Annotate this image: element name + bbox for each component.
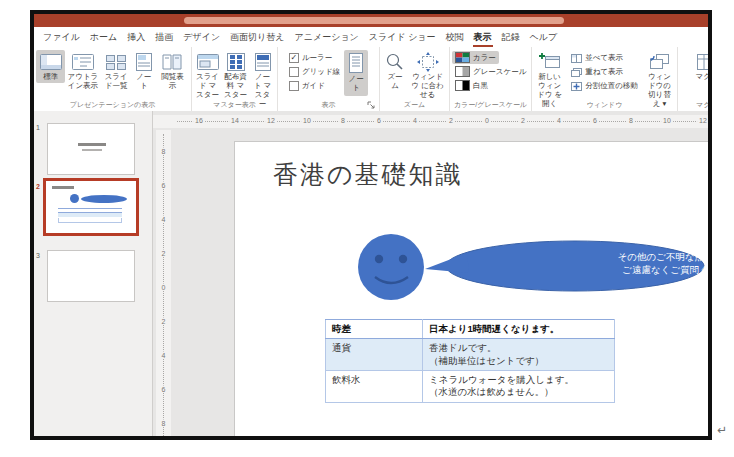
outline-view-icon — [71, 52, 95, 72]
reading-view-button[interactable]: 閲覧表示 — [156, 50, 189, 92]
table-cell-label[interactable]: 時差 — [326, 320, 423, 339]
tab-record[interactable]: 記録 — [497, 27, 525, 47]
group-label-show: 表示 — [278, 100, 379, 110]
slide-canvas[interactable]: 香港の基礎知識 その他のご不明な点があれば、 ご遠慮なくご質問ください。 — [234, 141, 708, 436]
ruler-tick-label: 4 — [156, 216, 171, 223]
smiley-right-eye — [399, 255, 407, 263]
slide-number-3: 3 — [36, 252, 40, 259]
info-table[interactable]: 時差 日本より1時間遅くなります。 通貨 香港ドルです。 （補助単位はセントです… — [325, 319, 615, 403]
speech-bubble-tail — [425, 253, 469, 273]
tab-insert[interactable]: 挿入 — [122, 27, 150, 47]
notes-page-button[interactable]: ノート — [132, 50, 156, 92]
slide-thumbnail-1[interactable] — [47, 123, 135, 175]
tab-design[interactable]: デザイン — [178, 27, 225, 47]
ruler-tick-label: 16 — [193, 117, 205, 124]
notes-icon — [345, 52, 367, 74]
speech-bubble-text[interactable]: その他のご不明な点があれば、 ご遠慮なくご質問ください。 — [560, 250, 708, 277]
ruler-tick-label: 6 — [375, 117, 383, 124]
paragraph-return-mark: ↵ — [717, 423, 727, 437]
ruler-tick-label: 8 — [156, 148, 171, 155]
ruler-tick-label: 14 — [229, 117, 241, 124]
group-window: 新しいウィンドウ を開く 並べて表示 重ねて表示 分割位置の移動 — [532, 47, 678, 111]
fit-to-window-button[interactable]: ウィンドウ に合わせる — [408, 50, 447, 101]
ruler-tick-label: 10 — [301, 117, 313, 124]
table-cell-value[interactable]: ミネラルウォータを購入します。 （水道の水は飲めません。） — [423, 371, 615, 403]
color-button[interactable]: カラー — [452, 51, 499, 64]
group-label-presentation-views: プレゼンテーションの表示 — [34, 100, 191, 110]
macros-icon — [695, 52, 712, 72]
notes-toggle-button[interactable]: ノート — [344, 50, 368, 96]
ruler-tick-label: 0 — [156, 284, 171, 291]
normal-view-button[interactable]: 標準 — [36, 50, 65, 83]
tab-help[interactable]: ヘルプ — [525, 27, 563, 47]
slide-thumbnail-2-selected[interactable] — [43, 178, 139, 236]
ruler-tick-label: 8 — [156, 420, 171, 427]
group-show: ✓ ルーラー ✓ グリッド線 ✓ ガイド ノート — [278, 47, 380, 111]
cascade-icon — [571, 68, 582, 77]
checkbox-icon: ✓ — [289, 53, 299, 63]
group-label-macros: マクロ — [678, 100, 712, 110]
search-box[interactable] — [184, 17, 564, 24]
tab-slideshow[interactable]: スライド ショー — [364, 27, 441, 47]
table-cell-label[interactable]: 飲料水 — [326, 371, 423, 403]
handout-master-button[interactable]: 配布資料 マスター — [222, 50, 250, 101]
notes-master-icon — [251, 52, 275, 72]
move-split-button[interactable]: 分割位置の移動 — [568, 80, 641, 92]
tab-transitions[interactable]: 画面切り替え — [225, 27, 289, 47]
dialog-launcher-icon[interactable] — [367, 101, 376, 110]
tab-home[interactable]: ホーム — [85, 27, 122, 47]
move-split-icon — [571, 82, 582, 91]
ruler-checkbox[interactable]: ✓ ルーラー — [289, 53, 340, 63]
outline-view-button[interactable]: アウトライン表示 — [65, 50, 100, 92]
vertical-ruler: 864202468 — [156, 130, 171, 436]
ruler-tick-label: 2 — [156, 250, 171, 257]
cascade-button[interactable]: 重ねて表示 — [568, 66, 641, 78]
guides-checkbox[interactable]: ✓ ガイド — [289, 81, 340, 91]
black-white-button[interactable]: 白黒 — [452, 79, 491, 92]
ruler-tick-label: 0 — [483, 117, 491, 124]
slide-master-button[interactable]: スライド マスター — [194, 50, 222, 101]
tab-animations[interactable]: アニメーション — [290, 27, 364, 47]
tab-view[interactable]: 表示 — [469, 27, 497, 47]
ruler-tick-label: 2 — [447, 117, 455, 124]
group-zoom: ズーム ウィンドウ に合わせる ズーム — [380, 47, 450, 111]
group-label-zoom: ズーム — [380, 100, 449, 110]
powerpoint-window: ファイル ホーム 挿入 描画 デザイン 画面切り替え アニメーション スライド … — [30, 10, 712, 440]
slide-title[interactable]: 香港の基礎知識 — [273, 158, 463, 191]
group-color-grayscale: カラー グレースケール 白黒 カラー/グレースケール — [450, 47, 532, 111]
table-cell-value[interactable]: 日本より1時間遅くなります。 — [423, 320, 615, 339]
group-presentation-views: 標準 アウトライン表示 スライド一覧 ノート 閲覧表示 — [34, 47, 192, 111]
group-label-window: ウィンドウ — [532, 100, 677, 110]
ruler-tick-label: 6 — [156, 182, 171, 189]
ruler-tick-label: 2 — [519, 117, 527, 124]
slide-sorter-button[interactable]: スライド一覧 — [101, 50, 132, 92]
ruler-tick-label: 12 — [697, 117, 708, 124]
table-row: 通貨 香港ドルです。 （補助単位はセントです） — [326, 339, 615, 371]
tab-review[interactable]: 校閲 — [441, 27, 469, 47]
slide-sorter-icon — [104, 52, 128, 72]
smiley-and-speech-bubble[interactable]: その他のご不明な点があれば、 ご遠慮なくご質問ください。 — [345, 224, 708, 312]
macros-button[interactable]: マクロ — [690, 50, 712, 83]
ribbon-tab-bar: ファイル ホーム 挿入 描画 デザイン 画面切り替え アニメーション スライド … — [34, 27, 708, 47]
slide-thumbnail-3[interactable] — [47, 250, 135, 302]
group-macros: マクロ マクロ — [678, 47, 712, 111]
ruler-tick-label: 10 — [661, 117, 673, 124]
slide-thumbnail-panel: 1 2 3 — [34, 111, 153, 436]
zoom-button[interactable]: ズーム — [382, 50, 408, 92]
checkbox-icon: ✓ — [289, 67, 299, 77]
smiley-face — [358, 234, 424, 300]
slide-master-icon — [196, 52, 220, 72]
table-cell-label[interactable]: 通貨 — [326, 339, 423, 371]
tab-file[interactable]: ファイル — [38, 27, 85, 47]
group-label-color-grayscale: カラー/グレースケール — [450, 100, 531, 110]
table-cell-value[interactable]: 香港ドルです。 （補助単位はセントです） — [423, 339, 615, 371]
ruler-tick-label: 6 — [156, 386, 171, 393]
tab-draw[interactable]: 描画 — [150, 27, 178, 47]
grayscale-button[interactable]: グレースケール — [452, 65, 529, 78]
ruler-tick-label: 6 — [591, 117, 599, 124]
workspace: 1 2 3 161412108642024681012 8 — [34, 111, 708, 436]
ribbon: 標準 アウトライン表示 スライド一覧 ノート 閲覧表示 — [34, 47, 708, 112]
gridlines-checkbox[interactable]: ✓ グリッド線 — [289, 67, 340, 77]
arrange-all-button[interactable]: 並べて表示 — [568, 52, 641, 64]
ruler-tick-label: 4 — [156, 352, 171, 359]
